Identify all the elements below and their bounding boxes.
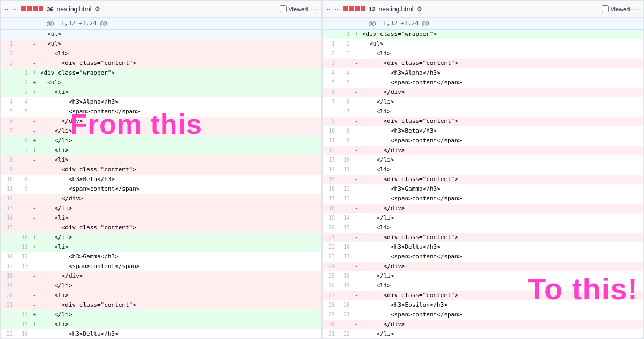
diff-line: 10 + </li> bbox=[1, 233, 321, 242]
line-code: <div class="content"> bbox=[360, 117, 643, 126]
diff-line: 1 + <div class="wrapper"> bbox=[1, 68, 321, 78]
line-code: </li> bbox=[38, 126, 321, 136]
diff-line: 14 - <li> bbox=[1, 213, 321, 223]
diff-line: 28 20 <h3>Epsilon</h3> bbox=[323, 300, 643, 310]
line-num-left: 3 bbox=[1, 59, 16, 68]
diff-line: <ul> bbox=[1, 30, 321, 39]
diff-line: 25 18 </li> bbox=[323, 271, 643, 281]
line-code: <li> bbox=[38, 320, 321, 329]
line-num-right: 21 bbox=[338, 310, 353, 320]
viewed-checkbox[interactable]: Viewed bbox=[280, 5, 308, 12]
line-sign: - bbox=[31, 117, 38, 126]
diff-line: 20 - <li> bbox=[1, 291, 321, 300]
line-sign: + bbox=[31, 233, 38, 242]
diff-line: 14 11 <li> bbox=[323, 165, 643, 175]
diff-line: 12 - </div> bbox=[323, 146, 643, 155]
expand-icon[interactable]: ··· bbox=[5, 6, 10, 12]
expand-icon2[interactable]: ··· bbox=[13, 6, 18, 12]
line-code: <div class="content"> bbox=[360, 59, 643, 68]
more-icon[interactable]: ··· bbox=[311, 5, 317, 13]
line-code: </div> bbox=[360, 88, 643, 97]
diff-line: 26 19 <li> bbox=[323, 281, 643, 291]
diff-line: 5 5 <span>content</span> bbox=[1, 107, 321, 117]
diff-line: 22 16 <h3>Delta</h3> bbox=[1, 329, 321, 338]
diff-line: 5 5 <span>content</span> bbox=[323, 78, 643, 88]
diff-line: 1 - <ul> bbox=[1, 39, 321, 49]
line-sign: - bbox=[31, 291, 38, 300]
line-sign: + bbox=[31, 320, 38, 329]
diff-body[interactable]: 1 + <div class="wrapper"> 1 2 <ul> 2 3 <… bbox=[323, 30, 643, 338]
panel-header: ··· ··· 12 nesting.html ⚙ Viewed ··· bbox=[323, 1, 643, 18]
line-code: </div> bbox=[360, 320, 643, 329]
line-num-left: 5 bbox=[1, 107, 16, 117]
line-code: <div class="content"> bbox=[38, 300, 321, 310]
diff-line: 3 + <li> bbox=[1, 88, 321, 97]
line-code: <div class="content"> bbox=[38, 223, 321, 233]
line-sign: - bbox=[31, 49, 38, 59]
line-num-right: 4 bbox=[16, 97, 31, 107]
line-num-left: 27 bbox=[323, 291, 338, 300]
line-num-left: 21 bbox=[323, 233, 338, 242]
diff-line: 18 - </div> bbox=[1, 271, 321, 281]
line-code: <h3>Beta</h3> bbox=[38, 175, 321, 184]
line-sign: + bbox=[31, 136, 38, 146]
diff-line: 24 - </div> bbox=[323, 262, 643, 271]
diff-line: 12 - </div> bbox=[1, 194, 321, 204]
diff-line: 11 + <li> bbox=[1, 242, 321, 252]
line-num-left: 10 bbox=[1, 175, 16, 184]
diff-line: 2 3 <li> bbox=[323, 49, 643, 59]
line-num-left: 26 bbox=[323, 281, 338, 291]
line-num-right: 22 bbox=[338, 329, 353, 338]
line-num-left: 21 bbox=[1, 300, 16, 310]
diff-body[interactable]: <ul> 1 - <ul> 2 - <li> 3 - <div class="c… bbox=[1, 30, 321, 338]
line-num-left: 29 bbox=[323, 310, 338, 320]
line-num-left: 1 bbox=[323, 39, 338, 49]
line-code: </div> bbox=[360, 204, 643, 213]
line-sign: - bbox=[353, 59, 360, 68]
line-sign: + bbox=[31, 68, 38, 78]
line-num-right: 7 bbox=[16, 146, 31, 155]
line-num-right: 20 bbox=[338, 300, 353, 310]
line-num-right: 5 bbox=[338, 78, 353, 88]
more-icon[interactable]: ··· bbox=[633, 5, 639, 13]
line-num-right: 1 bbox=[16, 68, 31, 78]
file-count-badge bbox=[343, 6, 365, 11]
line-code: </div> bbox=[38, 194, 321, 204]
diff-line: 6 - </div> bbox=[323, 88, 643, 97]
line-code: </div> bbox=[360, 146, 643, 155]
diff-line: 27 - <div class="content"> bbox=[323, 291, 643, 300]
hunk-text: @@ -1,32 +1,24 @@ bbox=[369, 20, 429, 27]
line-num-left: 1 bbox=[1, 39, 16, 49]
line-code: <li> bbox=[360, 281, 643, 291]
diff-line: 23 17 <span>content</span> bbox=[323, 252, 643, 262]
line-code: <span>content</span> bbox=[360, 252, 643, 262]
diff-line: 9 - <div class="content"> bbox=[323, 117, 643, 126]
viewed-checkbox[interactable]: Viewed bbox=[602, 5, 630, 12]
diff-line: 1 2 <ul> bbox=[323, 39, 643, 49]
line-code: <ul> bbox=[360, 39, 643, 49]
line-num-left: 22 bbox=[323, 242, 338, 252]
diff-line: 16 12 <h3>Gamma</h3> bbox=[1, 252, 321, 262]
line-num-right: 10 bbox=[16, 233, 31, 242]
diff-line: 8 - <li> bbox=[1, 155, 321, 165]
line-code: <h3>Gamma</h3> bbox=[360, 184, 643, 194]
line-sign: - bbox=[353, 262, 360, 271]
line-code: </li> bbox=[38, 233, 321, 242]
settings-icon[interactable]: ⚙ bbox=[94, 5, 100, 13]
settings-icon[interactable]: ⚙ bbox=[416, 5, 422, 13]
line-code: </div> bbox=[38, 117, 321, 126]
line-code: <h3>Epsilon</h3> bbox=[360, 300, 643, 310]
expand-icon[interactable]: ··· bbox=[327, 6, 332, 12]
diff-line: 14 + </li> bbox=[1, 310, 321, 320]
line-sign: - bbox=[353, 117, 360, 126]
diff-panel-right: ··· ··· 12 nesting.html ⚙ Viewed ··· @@ … bbox=[322, 0, 644, 339]
expand-icon2[interactable]: ··· bbox=[335, 6, 340, 12]
diff-line: 3 - <div class="content"> bbox=[323, 59, 643, 68]
line-code: <span>content</span> bbox=[38, 262, 321, 271]
diff-line: 7 6 </li> bbox=[323, 97, 643, 107]
line-code: <ul> bbox=[38, 78, 321, 88]
line-num-left: 23 bbox=[323, 252, 338, 262]
line-code: <span>content</span> bbox=[360, 136, 643, 146]
diff-line: 29 21 <span>content</span> bbox=[323, 310, 643, 320]
line-num-right: 11 bbox=[16, 242, 31, 252]
